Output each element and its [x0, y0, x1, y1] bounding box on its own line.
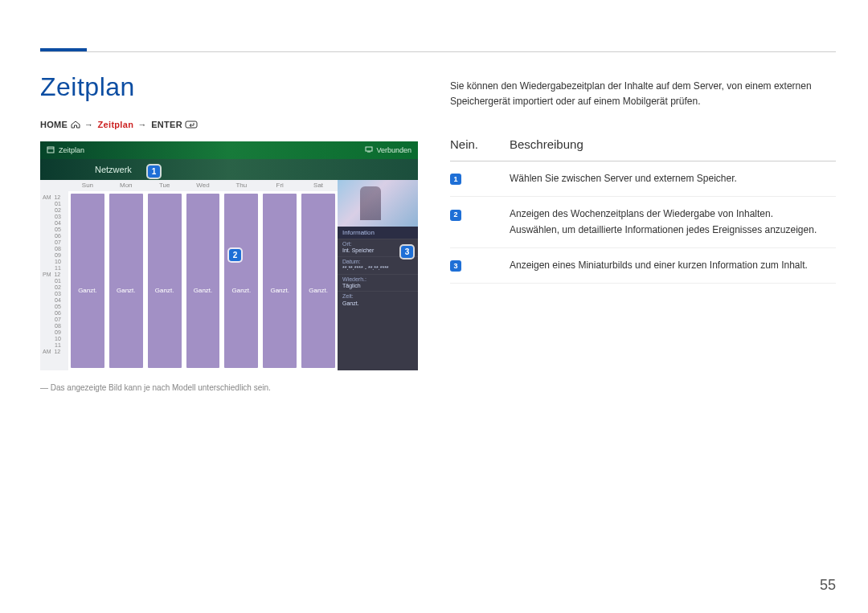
- day-row: Sun Mon Tue Wed Thu Fri Sat: [68, 180, 338, 191]
- calendar-icon: [47, 145, 55, 155]
- screenshot-body: AM 12 01 02 03 04 05 06 07 08 09 10 11 P…: [40, 180, 418, 370]
- content-thumbnail: [338, 180, 418, 227]
- right-column: Sie können den Wiedergabezeitplan der In…: [450, 72, 836, 392]
- table-row: 1 Wählen Sie zwischen Server und externe…: [450, 161, 836, 197]
- info-title: Information: [338, 227, 418, 239]
- day-label: Tue: [145, 180, 184, 191]
- callout-badge-2: 2: [229, 249, 241, 261]
- schedule-block: Ganzt.: [109, 194, 143, 368]
- th-desc: Beschreibung: [510, 131, 836, 161]
- footnote: ― Das angezeigte Bild kann je nach Model…: [40, 383, 418, 392]
- time-axis: AM 12 01 02 03 04 05 06 07 08 09 10 11 P…: [40, 180, 68, 370]
- breadcrumb-step: Zeitplan: [98, 120, 134, 129]
- device-screenshot: Zeitplan Verbunden Netzwerk AM 12: [40, 141, 418, 370]
- table-row: 3 Anzeigen eines Miniaturbilds und einer…: [450, 247, 836, 283]
- info-row-time: Zeit: Ganzt.: [338, 291, 418, 309]
- week-calendar: Sun Mon Tue Wed Thu Fri Sat Ganzt. Ganzt…: [68, 180, 338, 370]
- row-desc: Wählen Sie zwischen Server und externem …: [510, 161, 836, 197]
- schedule-block: Ganzt.: [148, 194, 182, 368]
- row-desc: Anzeigen eines Miniaturbilds und einer k…: [510, 247, 836, 283]
- info-row-repeat: Wiederh.: Täglich: [338, 274, 418, 292]
- breadcrumb-home: HOME: [40, 120, 68, 129]
- row-number-badge: 2: [450, 210, 461, 221]
- description-table: Nein. Beschreibung 1 Wählen Sie zwischen…: [450, 131, 836, 284]
- schedule-block: Ganzt.: [301, 194, 335, 368]
- day-label: Wed: [184, 180, 223, 191]
- arrow-icon: →: [84, 120, 93, 129]
- info-row-date: Datum: **.**.**** - **.**.****: [338, 256, 418, 274]
- row-number-badge: 3: [450, 260, 461, 272]
- arrow-icon: →: [138, 120, 147, 129]
- time-am2: AM: [43, 349, 51, 354]
- schedule-block: Ganzt.: [263, 194, 297, 368]
- enter-icon: [185, 121, 198, 130]
- content-columns: Zeitplan HOME → Zeitplan → ENTER: [40, 72, 836, 392]
- day-label: Fri: [260, 180, 299, 191]
- network-label: Netzwerk: [95, 165, 132, 174]
- info-panel: Information Ort: Int. Speicher Datum: **…: [338, 180, 418, 370]
- connected-icon: [365, 146, 373, 154]
- day-label: Sat: [299, 180, 338, 191]
- manual-page: Zeitplan HOME → Zeitplan → ENTER: [0, 0, 868, 613]
- row-number-badge: 1: [450, 174, 461, 185]
- callout-badge-1: 1: [148, 166, 160, 178]
- time-am: AM: [43, 194, 51, 200]
- day-label: Thu: [222, 180, 260, 191]
- screenshot-title: Zeitplan: [59, 146, 84, 154]
- time-pm: PM: [43, 272, 51, 277]
- page-number: 55: [820, 577, 836, 594]
- schedule-block: Ganzt.: [71, 194, 104, 368]
- th-no: Nein.: [450, 131, 510, 161]
- svg-rect-1: [47, 147, 54, 153]
- schedule-block: Ganzt.: [224, 194, 258, 368]
- connected-label: Verbunden: [376, 146, 411, 154]
- left-column: Zeitplan HOME → Zeitplan → ENTER: [40, 72, 418, 392]
- page-title: Zeitplan: [40, 72, 418, 102]
- schedule-block: Ganzt.: [186, 194, 220, 368]
- screenshot-header: Zeitplan Verbunden: [40, 141, 418, 159]
- header-rule: [40, 51, 836, 52]
- schedule-blocks: Ganzt. Ganzt. Ganzt. Ganzt. Ganzt. Ganzt…: [68, 191, 338, 370]
- screenshot-subheader: Netzwerk: [40, 159, 418, 180]
- intro-text: Sie können den Wiedergabezeitplan der In…: [450, 79, 836, 108]
- svg-rect-3: [366, 147, 372, 151]
- table-row: 2 Anzeigen des Wochenzeitplans der Wiede…: [450, 197, 836, 247]
- row-desc: Anzeigen des Wochenzeitplans der Wiederg…: [510, 197, 836, 247]
- callout-badge-3: 3: [401, 246, 413, 258]
- breadcrumb: HOME → Zeitplan → ENTER: [40, 120, 418, 130]
- day-label: Mon: [107, 180, 145, 191]
- day-label: Sun: [68, 180, 107, 191]
- breadcrumb-enter: ENTER: [151, 120, 182, 129]
- home-icon: [71, 121, 80, 130]
